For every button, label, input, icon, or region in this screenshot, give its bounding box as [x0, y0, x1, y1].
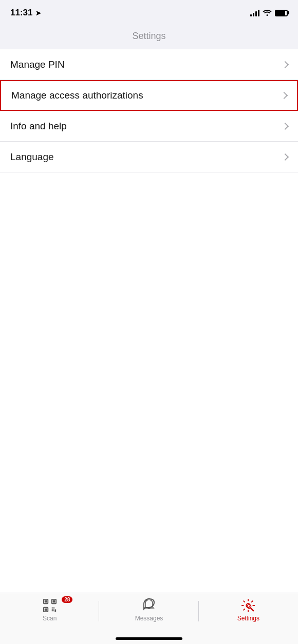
svg-rect-5: [52, 600, 55, 603]
settings-item-language[interactable]: Language: [0, 142, 298, 172]
tab-scan[interactable]: 28 Scan: [0, 598, 99, 622]
battery-icon: [275, 10, 288, 16]
messages-icon: [142, 598, 156, 613]
scan-icon: [43, 598, 57, 613]
home-indicator: [116, 637, 182, 640]
settings-item-manage-pin-label: Manage PIN: [10, 59, 65, 70]
status-icons: [250, 9, 288, 17]
chevron-right-icon: [282, 122, 289, 129]
tab-settings-label: Settings: [237, 615, 259, 622]
settings-item-info-help[interactable]: Info and help: [0, 111, 298, 142]
chevron-right-icon: [281, 92, 288, 99]
svg-rect-3: [44, 600, 47, 603]
svg-point-12: [247, 603, 250, 607]
settings-item-manage-access-label: Manage access authorizations: [11, 90, 143, 101]
tab-messages[interactable]: Messages: [99, 598, 198, 622]
svg-rect-9: [54, 609, 56, 612]
location-arrow-icon: ➤: [35, 9, 41, 17]
tab-bar: 28 Scan: [0, 593, 298, 644]
svg-rect-10: [51, 610, 53, 611]
tab-scan-label: Scan: [43, 615, 57, 622]
svg-rect-8: [53, 608, 54, 609]
status-time: 11:31 ➤: [10, 8, 41, 18]
scan-badge: 28: [62, 596, 72, 603]
chevron-right-icon: [282, 61, 289, 68]
status-bar: 11:31 ➤: [0, 0, 298, 26]
svg-rect-6: [51, 608, 53, 609]
settings-list: Manage PIN Manage access authorizations …: [0, 49, 298, 172]
svg-rect-4: [44, 609, 47, 611]
settings-item-manage-pin[interactable]: Manage PIN: [0, 49, 298, 80]
signal-bars-icon: [250, 9, 259, 16]
tab-messages-label: Messages: [135, 615, 163, 622]
settings-item-manage-access[interactable]: Manage access authorizations: [0, 80, 298, 111]
settings-item-language-label: Language: [10, 151, 54, 163]
page-title-bar: Settings: [0, 26, 298, 49]
settings-item-info-help-label: Info and help: [10, 121, 67, 132]
wifi-icon: [263, 9, 272, 17]
page-title: Settings: [0, 31, 298, 42]
svg-rect-7: [51, 609, 53, 610]
settings-icon: [241, 598, 255, 613]
svg-point-13: [247, 604, 251, 608]
tab-settings[interactable]: Settings: [199, 598, 298, 622]
chevron-right-icon: [282, 153, 289, 160]
